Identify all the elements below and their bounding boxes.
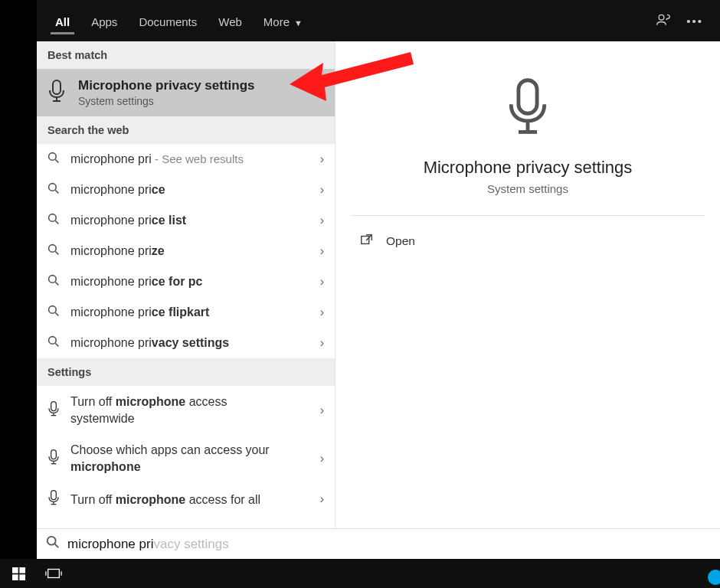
result-text: Turn off microphone access for all xyxy=(70,492,260,508)
svg-rect-18 xyxy=(12,574,18,580)
microphone-icon xyxy=(47,80,66,106)
result-text: microphone price for pc xyxy=(70,275,203,289)
chevron-right-icon: › xyxy=(320,452,324,466)
svg-rect-13 xyxy=(362,237,369,244)
svg-rect-19 xyxy=(19,574,25,580)
results-column: Best match Microphone privacy settings S… xyxy=(37,41,335,528)
search-icon xyxy=(47,335,60,351)
chevron-right-icon: › xyxy=(320,403,324,417)
search-icon xyxy=(47,213,60,228)
chevron-right-icon: › xyxy=(320,183,324,197)
svg-rect-16 xyxy=(12,567,18,573)
settings-result-row[interactable]: Turn off microphone access for all› xyxy=(37,482,335,516)
taskbar-tray-icon[interactable] xyxy=(708,570,720,585)
preview-title: Microphone privacy settings xyxy=(351,158,705,178)
content: Best match Microphone privacy settings S… xyxy=(37,41,720,528)
web-result-row[interactable]: microphone price flipkart› xyxy=(37,297,335,328)
result-text: Turn off microphone access systemwide xyxy=(70,394,293,426)
search-input[interactable]: microphone privacy settings xyxy=(37,528,720,559)
section-best-match: Best match xyxy=(37,41,335,69)
chevron-right-icon: › xyxy=(320,305,324,319)
best-match-title: Microphone privacy settings xyxy=(78,78,255,93)
chevron-right-icon: › xyxy=(320,336,324,350)
svg-rect-9 xyxy=(51,401,57,410)
divider xyxy=(351,215,705,216)
result-text: microphone price flipkart xyxy=(70,305,209,319)
preview-pane: Microphone privacy settings System setti… xyxy=(335,41,720,528)
search-icon xyxy=(47,182,60,198)
microphone-icon xyxy=(47,490,60,508)
svg-point-7 xyxy=(49,306,57,314)
tab-documents[interactable]: Documents xyxy=(128,3,208,39)
result-text: microphone price xyxy=(70,183,165,197)
svg-rect-10 xyxy=(51,449,57,459)
tab-web[interactable]: Web xyxy=(208,3,253,39)
search-icon xyxy=(47,305,60,320)
web-result-row[interactable]: microphone price list› xyxy=(37,205,335,236)
tab-all[interactable]: All xyxy=(44,3,80,39)
search-icon xyxy=(46,535,60,553)
svg-point-2 xyxy=(49,153,57,161)
open-icon xyxy=(360,233,374,250)
best-match-result[interactable]: Microphone privacy settings System setti… xyxy=(37,69,335,116)
microphone-icon xyxy=(506,78,550,141)
svg-point-0 xyxy=(659,15,664,20)
result-text: microphone prize xyxy=(70,244,165,258)
web-result-row[interactable]: microphone price for pc› xyxy=(37,266,335,297)
svg-rect-1 xyxy=(53,80,61,94)
microphone-icon xyxy=(47,401,60,420)
tab-more[interactable]: More▼ xyxy=(253,3,313,39)
search-icon xyxy=(47,243,60,259)
svg-rect-17 xyxy=(19,567,25,573)
search-icon xyxy=(47,152,60,167)
web-result-row[interactable]: microphone prize› xyxy=(37,236,335,266)
left-rail xyxy=(0,0,37,588)
chevron-right-icon: › xyxy=(320,214,324,227)
svg-point-6 xyxy=(49,276,57,283)
web-result-row[interactable]: microphone pri - See web results› xyxy=(37,144,335,175)
svg-point-3 xyxy=(49,184,57,191)
section-settings: Settings xyxy=(37,358,335,386)
settings-results-list: Turn off microphone access systemwide›Ch… xyxy=(37,386,335,516)
result-text: microphone price list xyxy=(70,214,186,227)
section-search-web: Search the web xyxy=(37,116,335,144)
svg-point-5 xyxy=(49,245,57,253)
search-icon xyxy=(47,274,60,289)
best-match-subtitle: System settings xyxy=(78,95,255,107)
taskbar xyxy=(0,559,720,588)
svg-point-15 xyxy=(47,537,56,545)
topbar: All Apps Documents Web More▼ ••• xyxy=(37,0,720,41)
chevron-right-icon: › xyxy=(320,152,324,166)
result-text: Choose which apps can access your microp… xyxy=(70,442,293,475)
search-typed-text: microphone pri xyxy=(67,537,153,551)
web-results-list: microphone pri - See web results›microph… xyxy=(37,144,335,358)
task-view-button[interactable] xyxy=(40,559,67,588)
feedback-icon[interactable] xyxy=(656,12,671,30)
svg-rect-20 xyxy=(48,570,60,578)
svg-rect-12 xyxy=(519,80,537,114)
tab-apps[interactable]: Apps xyxy=(80,3,128,39)
search-ghost-text: vacy settings xyxy=(153,537,228,551)
settings-result-row[interactable]: Turn off microphone access systemwide› xyxy=(37,386,335,434)
svg-point-4 xyxy=(49,214,57,222)
microphone-icon xyxy=(47,449,60,468)
chevron-right-icon: › xyxy=(320,244,324,258)
open-action[interactable]: Open xyxy=(351,230,705,253)
result-text: microphone pri - See web results xyxy=(70,152,244,166)
web-result-row[interactable]: microphone price› xyxy=(37,175,335,205)
chevron-right-icon: › xyxy=(320,275,324,289)
preview-subtitle: System settings xyxy=(351,182,705,195)
start-button[interactable] xyxy=(5,559,32,588)
open-label: Open xyxy=(386,234,415,248)
settings-result-row[interactable]: Choose which apps can access your microp… xyxy=(37,434,335,482)
web-result-row[interactable]: microphone privacy settings› xyxy=(37,328,335,358)
svg-rect-11 xyxy=(51,491,57,500)
result-text: microphone privacy settings xyxy=(70,336,229,350)
svg-point-8 xyxy=(49,337,57,345)
more-menu-icon[interactable]: ••• xyxy=(686,15,703,28)
chevron-right-icon: › xyxy=(320,492,324,506)
